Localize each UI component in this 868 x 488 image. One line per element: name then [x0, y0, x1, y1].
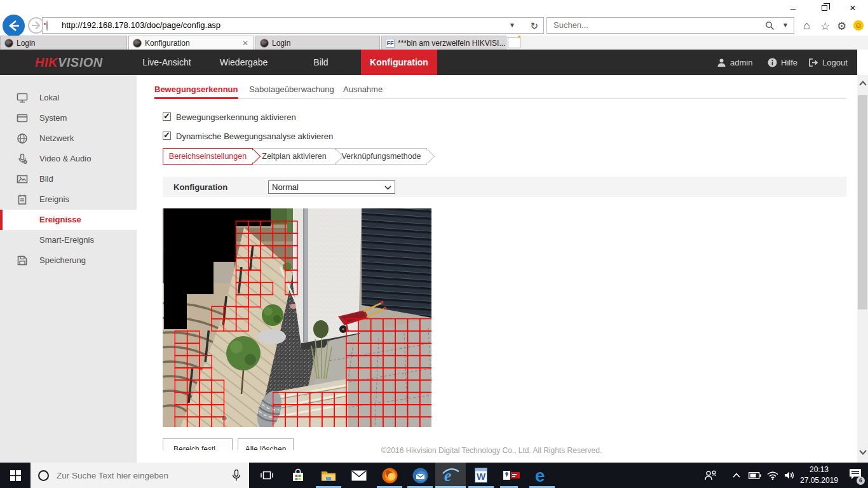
tray-show-hidden[interactable] [726, 463, 747, 488]
logo-gray-part: VISION [58, 55, 103, 69]
mail-envelope-icon [351, 470, 367, 481]
subtab-bereichseinstellungen[interactable]: Bereichseinstellungen [163, 148, 253, 165]
scroll-down-icon[interactable] [859, 450, 867, 455]
internet-explorer-icon: e [442, 467, 459, 484]
browser-tab-forum[interactable]: FF ***bin am verzweifeln HIKVISI... [381, 36, 506, 50]
camera-preview[interactable] [163, 208, 431, 427]
nav-wiedergabe[interactable]: Wiedergabe [210, 50, 278, 75]
search-dropdown-icon[interactable]: ▼ [782, 22, 789, 29]
refresh-icon[interactable]: ↻ [530, 20, 538, 32]
sidebar-item-lokal[interactable]: Lokal [0, 88, 137, 108]
motion-detection-label: Bewegungserkennung aktivieren [176, 112, 296, 122]
dynamic-analysis-label: Dynamische Bewegungsanalyse aktivieren [176, 132, 333, 141]
scrollbar-thumb[interactable] [858, 95, 867, 309]
copyright-footer: ©2016 Hikvision Digital Technology Co., … [137, 446, 846, 455]
sidebar-label: Ereignis [39, 189, 69, 210]
taskbar-edge[interactable]: e [527, 463, 557, 488]
address-bar[interactable]: ▼ ↻ [42, 17, 544, 34]
taskbar-internet-explorer[interactable]: e [435, 463, 466, 488]
tab-sabotageueberwachung[interactable]: Sabotageüberwachung [249, 85, 334, 97]
nav-bild[interactable]: Bild [292, 50, 349, 75]
browser-search-box[interactable]: ▼ [546, 17, 794, 34]
feedback-smiley-icon[interactable]: ☺ [853, 20, 864, 30]
task-view-button[interactable] [252, 463, 282, 488]
scroll-up-icon[interactable] [859, 81, 867, 86]
logo-red-part: HIK [35, 55, 58, 69]
dynamic-analysis-checkbox[interactable] [163, 132, 171, 140]
sidebar-item-speicherung[interactable]: Speicherung [0, 250, 137, 271]
new-tab-button[interactable] [508, 37, 520, 48]
action-center[interactable]: 6 [843, 463, 868, 488]
sidebar-item-ereignis[interactable]: Ereignis [0, 189, 137, 210]
browser-tab-login-2[interactable]: Login [255, 36, 380, 50]
tab-favicon-icon [260, 39, 269, 48]
search-icon[interactable] [765, 21, 775, 30]
taskbar-search[interactable] [31, 463, 249, 488]
home-icon[interactable]: ⌂ [803, 19, 810, 32]
configuration-select[interactable]: Normal [268, 180, 395, 194]
url-dropdown-icon[interactable]: ▼ [509, 22, 515, 29]
taskbar-search-input[interactable] [55, 470, 214, 481]
clock-time: 20:13 [798, 464, 840, 475]
battery-icon [749, 472, 761, 479]
tab-ausnahme[interactable]: Ausnahme [343, 85, 383, 97]
taskbar-mail[interactable] [344, 463, 374, 488]
username-label: admin [730, 58, 752, 67]
task-view-icon [261, 470, 273, 480]
close-button[interactable]: × [843, 3, 863, 14]
event-notepad-icon [17, 194, 28, 205]
screen: – × ▼ ↻ ▼ ⌂ ☆ ⚙ ☺ Log [0, 0, 868, 488]
sidebar-item-bild[interactable]: Bild [0, 169, 137, 189]
microphone-icon[interactable] [232, 470, 241, 482]
firefox-icon [382, 468, 398, 484]
taskbar-firefox[interactable] [374, 463, 405, 488]
url-input[interactable] [60, 20, 531, 30]
thunderbird-icon [412, 468, 428, 484]
taskbar-red-app[interactable] [496, 463, 527, 488]
taskbar-word[interactable]: W [466, 463, 496, 488]
window-titlebar: – × [0, 0, 868, 16]
tray-people[interactable] [699, 463, 723, 488]
minimize-button[interactable]: – [783, 3, 803, 14]
tab-favicon-ff-icon: FF [386, 39, 395, 48]
help-button[interactable]: Hilfe [768, 50, 797, 75]
sidebar-item-system[interactable]: System [0, 108, 137, 128]
browser-search-input[interactable] [552, 20, 743, 30]
sidebar-item-video-audio[interactable]: Video & Audio [0, 149, 137, 169]
nav-konfiguration[interactable]: Konfiguration [361, 50, 437, 75]
taskbar-store[interactable] [283, 463, 313, 488]
subtab-zeitplan[interactable]: Zeitplan aktivieren [253, 148, 336, 165]
edge-icon: e [534, 467, 550, 484]
favorites-star-icon[interactable]: ☆ [820, 20, 830, 33]
user-menu[interactable]: admin [717, 50, 752, 75]
tab-divider [154, 98, 846, 99]
notification-badge: 6 [857, 477, 865, 485]
subtab-verknuepfungsmethode[interactable]: Verknüpfungsmethode [336, 148, 427, 165]
hikvision-logo: HIKVISION [35, 55, 103, 70]
sidebar-label: Netzwerk [39, 128, 74, 149]
taskbar-clock[interactable]: 20:13 27.05.2019 [798, 464, 840, 486]
tab-close-icon[interactable]: ✕ [242, 39, 248, 48]
taskbar-thunderbird[interactable] [405, 463, 435, 488]
sidebar-item-netzwerk[interactable]: Netzwerk [0, 128, 137, 149]
tab-bewegungserkennung[interactable]: Bewegungserkennun [154, 85, 238, 97]
word-icon: W [475, 468, 487, 483]
logout-button[interactable]: Logout [808, 50, 848, 75]
sidebar-item-ereignisse[interactable]: Ereignisse [0, 210, 137, 230]
restore-button[interactable] [822, 5, 827, 11]
taskbar-file-explorer[interactable] [313, 463, 344, 488]
sidebar-item-smart-ereignis[interactable]: Smart-Ereignis [0, 230, 137, 250]
motion-detection-checkbox[interactable] [163, 112, 171, 121]
browser-tab-login-1[interactable]: Login [0, 36, 127, 50]
back-button[interactable] [3, 15, 25, 37]
clock-date: 27.05.2019 [798, 475, 840, 486]
sidebar-label: Bild [39, 169, 53, 189]
start-button[interactable] [0, 463, 31, 488]
browser-tab-konfiguration[interactable]: Konfiguration ✕ [128, 36, 254, 50]
globe-icon [17, 133, 28, 144]
sidebar-label: Lokal [39, 88, 59, 108]
nav-live-ansicht[interactable]: Live-Ansicht [130, 50, 203, 75]
settings-gear-icon[interactable]: ⚙ [837, 20, 846, 33]
red-app-icon [503, 471, 520, 480]
tray-volume[interactable] [779, 463, 799, 488]
